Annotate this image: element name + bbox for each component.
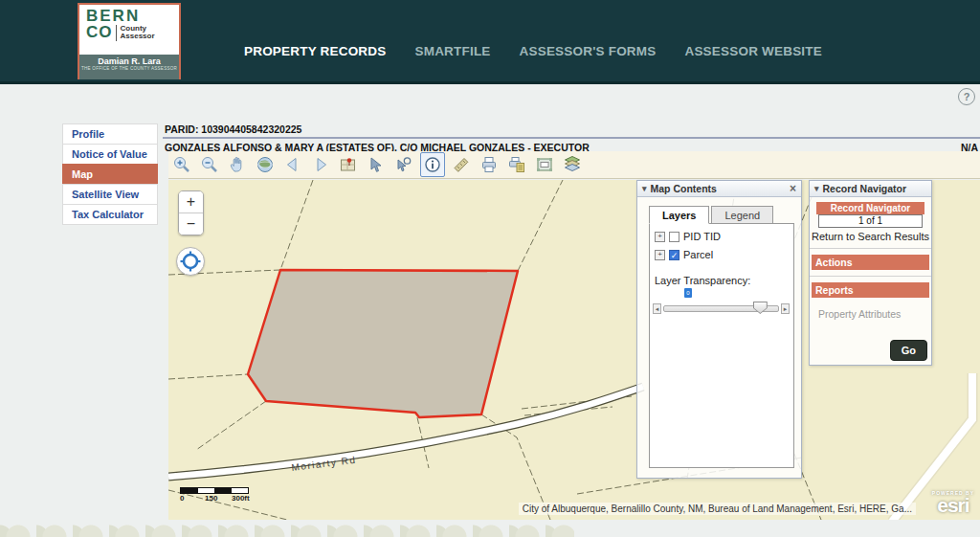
collapse-icon[interactable]: ▾ bbox=[642, 184, 647, 193]
actions-section-bar[interactable]: Actions bbox=[812, 255, 929, 270]
assessor-name: Damian R. Lara bbox=[79, 56, 179, 66]
transparency-slider-track[interactable] bbox=[663, 305, 779, 312]
sidebar-item-profile[interactable]: Profile bbox=[62, 123, 158, 145]
slider-thumb[interactable] bbox=[753, 302, 768, 314]
site-header: BERN CO County Assessor Damian R. Lara T… bbox=[0, 0, 980, 84]
help-button[interactable]: ? bbox=[958, 88, 975, 105]
return-to-search-results-link[interactable]: Return to Search Results bbox=[810, 231, 931, 242]
locate-button[interactable] bbox=[176, 247, 205, 276]
record-position-field[interactable]: 1 of 1 bbox=[818, 214, 923, 228]
export-print-icon[interactable] bbox=[505, 153, 528, 176]
tab-legend[interactable]: Legend bbox=[711, 206, 773, 224]
measure-tool-icon[interactable] bbox=[450, 153, 473, 176]
esri-wordmark: esri bbox=[932, 496, 974, 515]
bernco-logo[interactable]: BERN CO County Assessor Damian R. Lara T… bbox=[78, 3, 181, 79]
identify-pointer-icon[interactable] bbox=[392, 153, 415, 176]
record-navigator-panel: ▾ Record Navigator Record Navigator 1 of… bbox=[809, 180, 932, 366]
map-contents-panel: ▾ Map Contents × Layers Legend + PID TID… bbox=[636, 180, 802, 479]
crosshair-icon bbox=[179, 250, 202, 273]
layer-label: PID TID bbox=[683, 231, 721, 242]
map-attribution: City of Albuquerque, Bernalillo County, … bbox=[519, 503, 916, 515]
layer-row-pid-tid: + PID TID bbox=[655, 231, 793, 242]
map-contents-titlebar[interactable]: ▾ Map Contents × bbox=[637, 181, 801, 197]
info-tool-icon[interactable] bbox=[420, 152, 445, 177]
layers-tab-content: + PID TID + ✓ Parcel Layer Transparency:… bbox=[649, 223, 794, 468]
locate-map-pin-icon[interactable] bbox=[337, 153, 360, 176]
scale-bar: 0 150 300ft bbox=[180, 487, 266, 503]
record-navigator-bar: Record Navigator bbox=[816, 202, 924, 214]
esri-logo: POWERED BY esri bbox=[932, 490, 974, 515]
nav-smartfile[interactable]: SMARTFILE bbox=[414, 44, 490, 58]
logo-county-assessor: County Assessor bbox=[121, 25, 155, 40]
record-navigator-title: Record Navigator bbox=[823, 183, 907, 194]
record-header: PARID: 103904405842320225 GONZALES ALFON… bbox=[163, 123, 980, 153]
parcel-checkbox[interactable]: ✓ bbox=[669, 250, 679, 260]
close-icon[interactable]: × bbox=[790, 183, 796, 194]
sidebar-item-map[interactable]: Map bbox=[62, 164, 158, 185]
slider-left-button[interactable]: ◂ bbox=[653, 303, 661, 314]
layers-tool-icon[interactable] bbox=[561, 153, 584, 176]
layer-row-parcel: + ✓ Parcel bbox=[655, 249, 793, 260]
overview-window-icon[interactable] bbox=[533, 153, 556, 176]
logo-divider bbox=[116, 25, 117, 41]
transparency-label: Layer Transparency: bbox=[655, 275, 793, 286]
record-navigator-titlebar[interactable]: ▾ Record Navigator bbox=[810, 181, 931, 197]
transparency-value-badge: 0 bbox=[684, 288, 692, 298]
map-contents-title: Map Contents bbox=[651, 183, 717, 194]
layer-label: Parcel bbox=[683, 249, 713, 260]
zoom-in-button[interactable]: + bbox=[179, 191, 203, 213]
pan-hand-icon[interactable] bbox=[226, 153, 249, 176]
sidebar-item-satellite-view[interactable]: Satellite View bbox=[62, 184, 158, 205]
reports-section-bar[interactable]: Reports bbox=[812, 282, 929, 298]
expand-icon[interactable]: + bbox=[655, 232, 665, 242]
selected-parcel[interactable] bbox=[248, 270, 518, 417]
sidebar-item-tax-calculator[interactable]: Tax Calculator bbox=[62, 204, 158, 225]
pid-tid-checkbox[interactable] bbox=[669, 232, 679, 242]
scale-300: 300ft bbox=[232, 494, 250, 503]
nav-assessors-forms[interactable]: ASSESSOR'S FORMS bbox=[520, 44, 657, 58]
expand-icon[interactable]: + bbox=[655, 250, 665, 260]
parid-line: PARID: 103904405842320225 bbox=[163, 123, 980, 139]
print-tool-icon[interactable] bbox=[478, 153, 501, 176]
decorative-pattern bbox=[0, 523, 574, 537]
next-extent-icon[interactable] bbox=[309, 153, 332, 176]
scale-0: 0 bbox=[180, 494, 184, 503]
sidebar-item-notice-of-value[interactable]: Notice of Value bbox=[62, 144, 158, 165]
go-button[interactable]: Go bbox=[890, 340, 927, 361]
layers-legend-tabs: Layers Legend bbox=[649, 206, 773, 224]
logo-bottom: Damian R. Lara THE OFFICE OF THE COUNTY … bbox=[79, 55, 179, 79]
slider-right-button[interactable]: ▸ bbox=[781, 303, 790, 314]
assessor-tagline: THE OFFICE OF THE COUNTY ASSESSOR bbox=[79, 66, 179, 72]
collapse-icon[interactable]: ▾ bbox=[814, 184, 819, 193]
logo-top: BERN CO County Assessor bbox=[79, 5, 179, 55]
map-toolbar bbox=[168, 151, 980, 179]
select-pointer-icon[interactable] bbox=[365, 153, 388, 176]
zoom-control: + − bbox=[178, 190, 204, 235]
scale-150: 150 bbox=[205, 494, 217, 503]
nav-assessor-website[interactable]: ASSESSOR WEBSITE bbox=[684, 44, 821, 58]
zoom-out-tool-icon[interactable] bbox=[198, 153, 221, 176]
zoom-out-button[interactable]: − bbox=[179, 213, 203, 235]
scale-bar-segments bbox=[180, 487, 249, 494]
logo-bern-text: BERN bbox=[86, 8, 179, 24]
nav-property-records[interactable]: PROPERTY RECORDS bbox=[244, 44, 386, 58]
logo-co-text: CO bbox=[86, 24, 113, 41]
tab-layers[interactable]: Layers bbox=[649, 206, 709, 224]
divider bbox=[810, 276, 931, 277]
main-nav: PROPERTY RECORDS SMARTFILE ASSESSOR'S FO… bbox=[244, 44, 822, 58]
divider bbox=[810, 248, 931, 249]
zoom-in-tool-icon[interactable] bbox=[170, 153, 193, 176]
previous-extent-icon[interactable] bbox=[281, 153, 304, 176]
transparency-slider-row: ◂ ▸ bbox=[653, 303, 790, 314]
sidebar: Profile Notice of Value Map Satellite Vi… bbox=[62, 124, 158, 225]
full-extent-globe-icon[interactable] bbox=[254, 153, 277, 176]
property-attributes-link[interactable]: Property Attributes bbox=[818, 308, 931, 320]
